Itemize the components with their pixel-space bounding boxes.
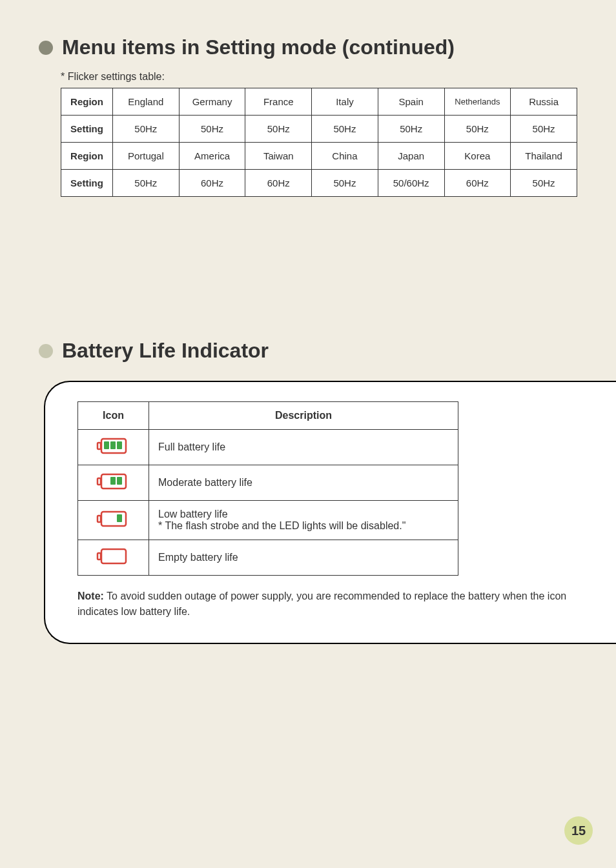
- svg-rect-7: [110, 477, 116, 485]
- flicker-region-cell: Germany: [179, 88, 245, 116]
- flicker-setting-cell: 60Hz: [245, 170, 312, 197]
- flicker-caption: * Flicker settings table:: [61, 71, 577, 83]
- battery-header-icon: Icon: [78, 402, 149, 430]
- flicker-region-cell: Japan: [378, 143, 444, 170]
- flicker-setting-cell: 50Hz: [378, 116, 444, 143]
- battery-desc-cell: Low battery life * The flash strobe and …: [149, 501, 458, 540]
- flicker-row-label-region: Region: [61, 88, 113, 116]
- flicker-region-cell: Spain: [378, 88, 444, 116]
- battery-panel: Icon Description Full battery life Moder…: [44, 381, 616, 644]
- flicker-region-cell: America: [179, 143, 245, 170]
- svg-rect-3: [110, 441, 116, 449]
- flicker-region-cell: Italy: [312, 88, 378, 116]
- flicker-setting-cell: 50/60Hz: [378, 170, 444, 197]
- battery-icon: [96, 438, 131, 454]
- flicker-region-cell: China: [312, 143, 378, 170]
- bullet-icon: [39, 41, 53, 55]
- svg-rect-12: [101, 549, 126, 563]
- svg-rect-10: [98, 516, 101, 522]
- svg-rect-11: [117, 514, 122, 522]
- svg-rect-6: [98, 478, 101, 485]
- battery-icon: [96, 510, 131, 527]
- note-text: Note: To avoid sudden outage of power su…: [77, 589, 577, 620]
- battery-table: Icon Description Full battery life Moder…: [77, 401, 458, 576]
- flicker-setting-cell: 50Hz: [245, 116, 312, 143]
- svg-rect-9: [101, 512, 126, 526]
- bullet-icon: [39, 344, 53, 358]
- flicker-region-cell: Korea: [444, 143, 511, 170]
- flicker-setting-cell: 50Hz: [113, 170, 180, 197]
- flicker-region-cell: Netherlands: [444, 88, 511, 116]
- flicker-region-cell: England: [113, 88, 180, 116]
- flicker-region-cell: Thailand: [511, 143, 577, 170]
- battery-icon: [96, 548, 131, 565]
- flicker-region-cell: Taiwan: [245, 143, 312, 170]
- flicker-setting-cell: 50Hz: [312, 170, 378, 197]
- flicker-region-cell: Russia: [511, 88, 577, 116]
- battery-icon-cell: [78, 465, 149, 501]
- battery-icon: [96, 473, 131, 490]
- section-heading-2: Battery Life Indicator: [39, 339, 577, 363]
- battery-icon-cell: [78, 430, 149, 465]
- svg-rect-13: [98, 553, 101, 560]
- flicker-setting-cell: 50Hz: [444, 116, 511, 143]
- battery-desc-cell: Full battery life: [149, 430, 458, 465]
- flicker-setting-cell: 50Hz: [511, 170, 577, 197]
- battery-icon-cell: [78, 501, 149, 540]
- flicker-setting-cell: 60Hz: [179, 170, 245, 197]
- battery-icon-cell: [78, 540, 149, 576]
- flicker-table: RegionEnglandGermanyFranceItalySpainNeth…: [61, 88, 577, 197]
- battery-desc-cell: Empty battery life: [149, 540, 458, 576]
- svg-rect-1: [98, 443, 101, 449]
- battery-desc-cell: Moderate battery life: [149, 465, 458, 501]
- section-heading-1: Menu items in Setting mode (continued): [39, 35, 577, 59]
- flicker-row-label-region: Region: [61, 143, 113, 170]
- flicker-setting-cell: 50Hz: [312, 116, 378, 143]
- note-label: Note:: [77, 590, 104, 601]
- flicker-row-label-setting: Setting: [61, 116, 113, 143]
- note-body: To avoid sudden outage of power supply, …: [77, 590, 566, 617]
- flicker-row-label-setting: Setting: [61, 170, 113, 197]
- svg-rect-4: [117, 441, 122, 449]
- svg-rect-8: [117, 477, 122, 485]
- flicker-setting-cell: 60Hz: [444, 170, 511, 197]
- page-number: 15: [564, 816, 593, 845]
- heading-battery: Battery Life Indicator: [62, 339, 269, 363]
- flicker-setting-cell: 50Hz: [179, 116, 245, 143]
- flicker-setting-cell: 50Hz: [113, 116, 180, 143]
- battery-header-desc: Description: [149, 402, 458, 430]
- flicker-region-cell: France: [245, 88, 312, 116]
- flicker-region-cell: Portugal: [113, 143, 180, 170]
- flicker-setting-cell: 50Hz: [511, 116, 577, 143]
- svg-rect-2: [104, 441, 109, 449]
- heading-menu-items: Menu items in Setting mode (continued): [62, 35, 455, 59]
